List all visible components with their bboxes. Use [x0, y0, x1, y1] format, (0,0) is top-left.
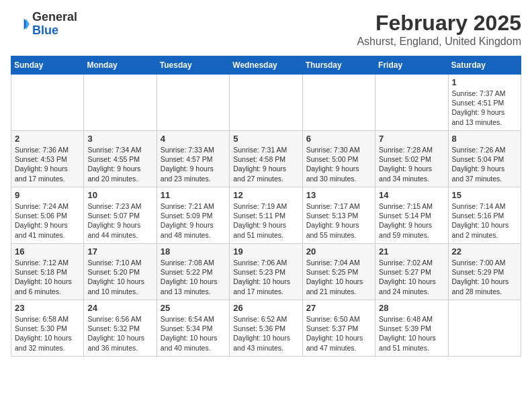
logo-general-text: General — [32, 10, 77, 24]
cell-content: 27Sunrise: 6:50 AM Sunset: 5:37 PM Dayli… — [306, 303, 371, 353]
day-number: 25 — [161, 303, 226, 313]
cell-content: 4Sunrise: 7:33 AM Sunset: 4:57 PM Daylig… — [161, 134, 226, 184]
location-title: Ashurst, England, United Kingdom — [357, 36, 521, 48]
day-number: 10 — [87, 190, 152, 200]
calendar-cell: 21Sunrise: 7:02 AM Sunset: 5:27 PM Dayli… — [375, 244, 448, 300]
day-number: 26 — [233, 303, 298, 313]
week-row-1: 2Sunrise: 7:36 AM Sunset: 4:53 PM Daylig… — [11, 131, 521, 187]
day-number: 20 — [306, 246, 371, 257]
calendar-cell — [375, 75, 448, 131]
calendar-cell — [230, 75, 302, 131]
day-number: 22 — [452, 246, 517, 257]
cell-text: Sunrise: 7:17 AM Sunset: 5:13 PM Dayligh… — [306, 201, 371, 240]
calendar-cell: 23Sunrise: 6:58 AM Sunset: 5:30 PM Dayli… — [11, 300, 84, 357]
calendar-cell: 26Sunrise: 6:52 AM Sunset: 5:36 PM Dayli… — [230, 300, 302, 357]
cell-content — [452, 303, 517, 353]
cell-content — [306, 77, 371, 128]
cell-text: Sunrise: 7:08 AM Sunset: 5:22 PM Dayligh… — [161, 258, 226, 296]
cell-content: 19Sunrise: 7:06 AM Sunset: 5:23 PM Dayli… — [233, 246, 298, 297]
week-row-2: 9Sunrise: 7:24 AM Sunset: 5:06 PM Daylig… — [11, 187, 521, 244]
calendar-cell: 2Sunrise: 7:36 AM Sunset: 4:53 PM Daylig… — [11, 131, 84, 187]
week-row-0: 1Sunrise: 7:37 AM Sunset: 4:51 PM Daylig… — [11, 75, 521, 131]
cell-content: 26Sunrise: 6:52 AM Sunset: 5:36 PM Dayli… — [233, 303, 298, 353]
cell-content: 23Sunrise: 6:58 AM Sunset: 5:30 PM Dayli… — [15, 303, 80, 353]
calendar-cell: 11Sunrise: 7:21 AM Sunset: 5:09 PM Dayli… — [157, 187, 229, 244]
calendar-cell — [84, 75, 157, 131]
cell-content: 11Sunrise: 7:21 AM Sunset: 5:09 PM Dayli… — [161, 190, 226, 240]
cell-content: 14Sunrise: 7:15 AM Sunset: 5:14 PM Dayli… — [379, 190, 444, 240]
cell-text: Sunrise: 6:52 AM Sunset: 5:36 PM Dayligh… — [233, 314, 298, 353]
calendar-cell: 18Sunrise: 7:08 AM Sunset: 5:22 PM Dayli… — [157, 244, 229, 300]
cell-text: Sunrise: 7:10 AM Sunset: 5:20 PM Dayligh… — [87, 258, 152, 296]
cell-content: 10Sunrise: 7:23 AM Sunset: 5:07 PM Dayli… — [87, 190, 152, 240]
day-number: 16 — [15, 246, 80, 257]
cell-text: Sunrise: 7:12 AM Sunset: 5:18 PM Dayligh… — [15, 258, 80, 296]
cell-text: Sunrise: 7:37 AM Sunset: 4:51 PM Dayligh… — [452, 89, 517, 127]
cell-content: 2Sunrise: 7:36 AM Sunset: 4:53 PM Daylig… — [15, 134, 80, 184]
day-number: 21 — [379, 246, 444, 257]
cell-content: 6Sunrise: 7:30 AM Sunset: 5:00 PM Daylig… — [306, 134, 371, 184]
calendar-cell: 9Sunrise: 7:24 AM Sunset: 5:06 PM Daylig… — [11, 187, 84, 244]
cell-text: Sunrise: 6:56 AM Sunset: 5:32 PM Dayligh… — [87, 314, 152, 353]
calendar-cell: 19Sunrise: 7:06 AM Sunset: 5:23 PM Dayli… — [230, 244, 302, 300]
cell-content: 24Sunrise: 6:56 AM Sunset: 5:32 PM Dayli… — [87, 303, 152, 353]
day-number: 27 — [306, 303, 371, 313]
calendar-cell: 17Sunrise: 7:10 AM Sunset: 5:20 PM Dayli… — [84, 244, 157, 300]
weekday-header-tuesday: Tuesday — [157, 56, 229, 75]
day-number: 19 — [233, 246, 298, 257]
week-row-3: 16Sunrise: 7:12 AM Sunset: 5:18 PM Dayli… — [11, 244, 521, 300]
day-number: 5 — [233, 134, 298, 144]
cell-text: Sunrise: 7:33 AM Sunset: 4:57 PM Dayligh… — [161, 145, 226, 183]
day-number: 17 — [87, 246, 152, 257]
logo-text: General Blue — [32, 11, 77, 38]
day-number: 23 — [15, 303, 80, 313]
weekday-header-sunday: Sunday — [11, 56, 84, 75]
cell-content: 28Sunrise: 6:48 AM Sunset: 5:39 PM Dayli… — [379, 303, 444, 353]
calendar-cell: 27Sunrise: 6:50 AM Sunset: 5:37 PM Dayli… — [302, 300, 375, 357]
calendar-cell: 15Sunrise: 7:14 AM Sunset: 5:16 PM Dayli… — [448, 187, 521, 244]
cell-text: Sunrise: 7:26 AM Sunset: 5:04 PM Dayligh… — [452, 145, 517, 183]
cell-content: 5Sunrise: 7:31 AM Sunset: 4:58 PM Daylig… — [233, 134, 298, 184]
day-number: 12 — [233, 190, 298, 200]
cell-content: 17Sunrise: 7:10 AM Sunset: 5:20 PM Dayli… — [87, 246, 152, 297]
cell-text: Sunrise: 6:48 AM Sunset: 5:39 PM Dayligh… — [379, 314, 444, 353]
calendar-cell — [157, 75, 229, 131]
day-number: 28 — [379, 303, 444, 313]
month-title: February 2025 — [357, 11, 521, 36]
cell-content: 7Sunrise: 7:28 AM Sunset: 5:02 PM Daylig… — [379, 134, 444, 184]
cell-text: Sunrise: 7:36 AM Sunset: 4:53 PM Dayligh… — [15, 145, 80, 183]
cell-content: 12Sunrise: 7:19 AM Sunset: 5:11 PM Dayli… — [233, 190, 298, 240]
logo-blue-text: Blue — [32, 24, 58, 37]
day-number: 9 — [15, 190, 80, 200]
cell-text: Sunrise: 6:54 AM Sunset: 5:34 PM Dayligh… — [161, 314, 226, 353]
calendar-cell: 5Sunrise: 7:31 AM Sunset: 4:58 PM Daylig… — [230, 131, 302, 187]
cell-content: 15Sunrise: 7:14 AM Sunset: 5:16 PM Dayli… — [452, 190, 517, 240]
logo: General Blue — [11, 11, 77, 38]
cell-text: Sunrise: 6:58 AM Sunset: 5:30 PM Dayligh… — [15, 314, 80, 353]
logo-icon — [11, 15, 30, 34]
calendar-cell: 22Sunrise: 7:00 AM Sunset: 5:29 PM Dayli… — [448, 244, 521, 300]
calendar-cell: 7Sunrise: 7:28 AM Sunset: 5:02 PM Daylig… — [375, 131, 448, 187]
calendar-cell: 12Sunrise: 7:19 AM Sunset: 5:11 PM Dayli… — [230, 187, 302, 244]
calendar-cell — [11, 75, 84, 131]
cell-content: 18Sunrise: 7:08 AM Sunset: 5:22 PM Dayli… — [161, 246, 226, 297]
cell-text: Sunrise: 7:14 AM Sunset: 5:16 PM Dayligh… — [452, 201, 517, 240]
cell-text: Sunrise: 7:15 AM Sunset: 5:14 PM Dayligh… — [379, 201, 444, 240]
week-row-4: 23Sunrise: 6:58 AM Sunset: 5:30 PM Dayli… — [11, 300, 521, 357]
calendar-cell: 1Sunrise: 7:37 AM Sunset: 4:51 PM Daylig… — [448, 75, 521, 131]
calendar-cell: 20Sunrise: 7:04 AM Sunset: 5:25 PM Dayli… — [302, 244, 375, 300]
day-number: 4 — [161, 134, 226, 144]
cell-text: Sunrise: 7:30 AM Sunset: 5:00 PM Dayligh… — [306, 145, 371, 183]
calendar-cell: 24Sunrise: 6:56 AM Sunset: 5:32 PM Dayli… — [84, 300, 157, 357]
weekday-header-friday: Friday — [375, 56, 448, 75]
day-number: 15 — [452, 190, 517, 200]
cell-content: 3Sunrise: 7:34 AM Sunset: 4:55 PM Daylig… — [87, 134, 152, 184]
cell-content — [233, 77, 298, 128]
cell-text: Sunrise: 7:06 AM Sunset: 5:23 PM Dayligh… — [233, 258, 298, 296]
cell-text: Sunrise: 7:00 AM Sunset: 5:29 PM Dayligh… — [452, 258, 517, 296]
calendar-cell: 8Sunrise: 7:26 AM Sunset: 5:04 PM Daylig… — [448, 131, 521, 187]
day-number: 11 — [161, 190, 226, 200]
cell-text: Sunrise: 7:19 AM Sunset: 5:11 PM Dayligh… — [233, 201, 298, 240]
day-number: 6 — [306, 134, 371, 144]
calendar-header-row: SundayMondayTuesdayWednesdayThursdayFrid… — [11, 56, 521, 75]
